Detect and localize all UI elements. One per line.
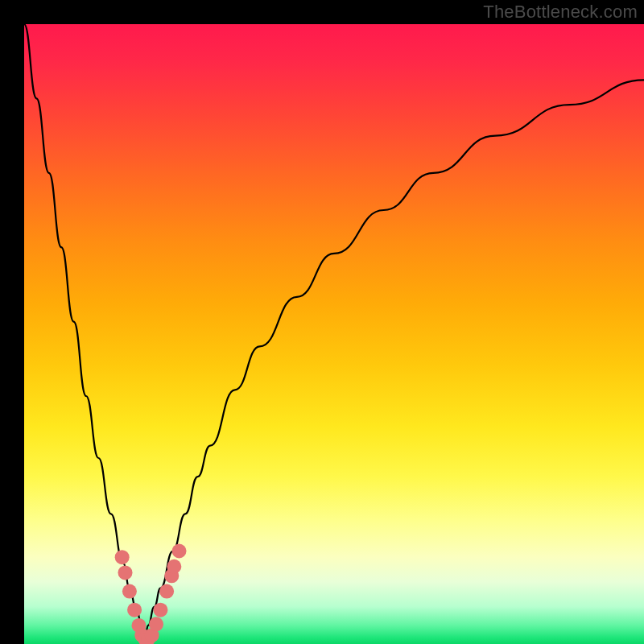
bottleneck-curve-right: [145, 80, 644, 638]
data-marker: [159, 584, 174, 599]
data-marker: [149, 617, 163, 631]
bottleneck-curve-left: [24, 24, 145, 638]
curve-group: [24, 24, 644, 638]
data-marker: [172, 544, 187, 559]
chart-frame: TheBottleneck.com: [0, 0, 644, 644]
data-marker: [153, 603, 167, 617]
data-marker: [118, 565, 133, 580]
watermark-text: TheBottleneck.com: [483, 2, 638, 23]
data-marker: [122, 584, 137, 599]
data-marker: [115, 550, 130, 564]
data-marker: [127, 603, 142, 617]
marker-group: [115, 544, 187, 645]
data-marker: [167, 559, 181, 574]
plot-area: [24, 24, 644, 644]
chart-svg: [24, 24, 644, 644]
